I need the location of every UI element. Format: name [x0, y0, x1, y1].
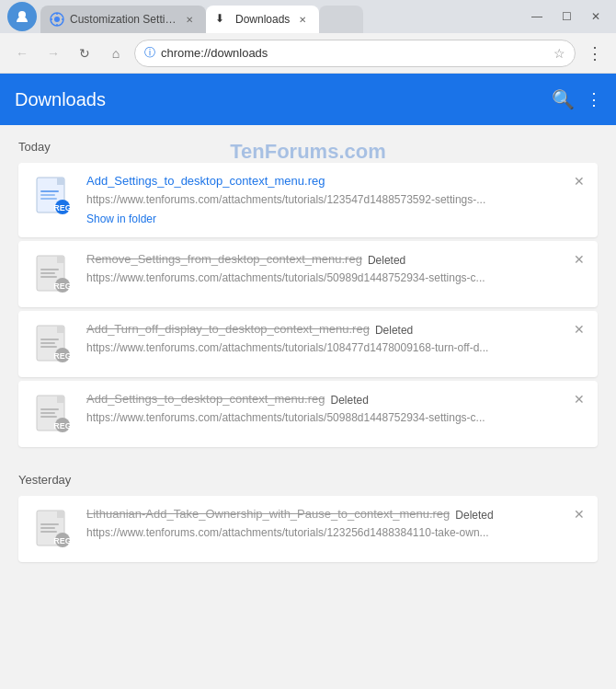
file-icon-container: REG — [31, 174, 75, 218]
file-icon-container: REG — [31, 507, 75, 551]
svg-rect-14 — [40, 276, 57, 278]
window-controls: — ☐ ✕ — [524, 4, 609, 29]
yesterday-label: Yesterday — [18, 473, 598, 487]
downloads-tab-close[interactable]: ✕ — [295, 12, 310, 27]
svg-rect-18 — [57, 326, 64, 333]
svg-rect-20 — [40, 342, 55, 344]
search-icon[interactable]: 🔍 — [552, 88, 575, 110]
downloads-content: TenForums.com Today REG — [0, 125, 616, 689]
lock-icon: ⓘ — [144, 45, 155, 61]
bookmark-star-icon[interactable]: ☆ — [553, 46, 565, 61]
svg-rect-4 — [57, 178, 64, 185]
forward-button[interactable]: → — [40, 40, 66, 66]
title-bar: Customization Settings c ✕ ⬇ Downloads ✕… — [0, 0, 616, 33]
download-info: Lithuanian-Add_Take_Ownership_with_Pause… — [86, 507, 585, 543]
url-display: chrome://downloads — [161, 46, 548, 60]
filename-row: Add_Settings_to_desktop_context_menu.reg — [86, 174, 585, 190]
svg-text:REG: REG — [53, 281, 72, 291]
file-name-link[interactable]: Add_Settings_to_desktop_context_menu.reg — [86, 174, 325, 188]
reg-file-icon: REG — [35, 254, 72, 294]
more-options-icon[interactable]: ⋮ — [586, 89, 601, 109]
file-icon-container: REG — [31, 392, 75, 436]
reg-file-icon: REG — [35, 394, 72, 434]
svg-rect-13 — [40, 272, 55, 274]
omnibox[interactable]: ⓘ chrome://downloads ☆ — [134, 40, 576, 67]
svg-rect-25 — [57, 396, 64, 403]
download-info: Add_Settings_to_desktop_context_menu.reg… — [86, 392, 585, 428]
deleted-badge: Deleted — [375, 324, 413, 337]
file-url: https://www.tenforums.com/attachments/tu… — [86, 271, 585, 284]
tab-downloads[interactable]: ⬇ Downloads ✕ — [206, 6, 319, 33]
customization-tab-label: Customization Settings c — [70, 13, 177, 26]
tab-strip: Customization Settings c ✕ ⬇ Downloads ✕ — [40, 0, 517, 33]
tab-customization[interactable]: Customization Settings c ✕ — [40, 6, 206, 33]
today-label: Today — [18, 140, 598, 154]
dismiss-download-1[interactable]: ✕ — [570, 172, 588, 190]
download-info: Add_Turn_off_display_to_desktop_context_… — [86, 322, 585, 358]
deleted-file-name: Lithuanian-Add_Take_Ownership_with_Pause… — [86, 507, 450, 521]
svg-rect-21 — [40, 346, 57, 348]
svg-rect-12 — [40, 269, 59, 270]
svg-point-2 — [54, 17, 60, 22]
deleted-badge: Deleted — [455, 509, 493, 522]
svg-rect-19 — [40, 339, 59, 340]
svg-text:REG: REG — [53, 421, 72, 431]
svg-rect-5 — [40, 190, 59, 192]
download-info: Add_Settings_to_desktop_context_menu.reg… — [86, 174, 585, 226]
show-in-folder-link[interactable]: Show in folder — [86, 212, 156, 225]
dismiss-download-5[interactable]: ✕ — [570, 505, 588, 523]
downloads-tab-favicon: ⬇ — [215, 12, 230, 27]
filename-row: Add_Settings_to_desktop_context_menu.reg… — [86, 392, 585, 408]
svg-rect-35 — [40, 531, 57, 533]
reg-file-icon: REG — [35, 176, 72, 216]
yesterday-section: Yesterday REG — [0, 458, 616, 562]
customization-tab-close[interactable]: ✕ — [182, 12, 197, 27]
download-card: REG Remove_Settings_from_desktop_context… — [18, 241, 598, 307]
download-card: REG Add_Settings_to_desktop_context_menu… — [18, 163, 598, 237]
deleted-file-name: Add_Settings_to_desktop_context_menu.reg — [86, 392, 325, 406]
window-frame: Customization Settings c ✕ ⬇ Downloads ✕… — [0, 0, 616, 689]
maximize-button[interactable]: ☐ — [553, 4, 579, 29]
file-icon-container: REG — [31, 322, 75, 366]
deleted-file-name: Add_Turn_off_display_to_desktop_context_… — [86, 322, 370, 336]
reg-file-icon: REG — [35, 324, 72, 364]
svg-rect-27 — [40, 412, 55, 414]
dismiss-download-4[interactable]: ✕ — [570, 390, 588, 408]
download-card: REG Lithuanian-Add_Take_Ownership_with_P… — [18, 496, 598, 562]
svg-rect-11 — [57, 256, 64, 263]
refresh-button[interactable]: ↻ — [72, 40, 97, 66]
svg-rect-28 — [40, 416, 57, 418]
file-icon-container: REG — [31, 252, 75, 296]
dismiss-download-3[interactable]: ✕ — [570, 320, 588, 339]
minimize-button[interactable]: — — [524, 4, 550, 29]
svg-text:REG: REG — [53, 351, 72, 361]
downloads-tab-label: Downloads — [235, 13, 290, 26]
bottom-spacer — [0, 566, 616, 584]
deleted-badge: Deleted — [330, 394, 368, 407]
svg-rect-34 — [40, 527, 55, 529]
svg-rect-26 — [40, 408, 59, 410]
svg-rect-32 — [57, 511, 64, 518]
customization-tab-favicon — [50, 12, 64, 27]
filename-row: Remove_Settings_from_desktop_context_men… — [86, 252, 585, 269]
svg-rect-33 — [40, 523, 59, 525]
download-card: REG Add_Settings_to_desktop_context_menu… — [18, 381, 598, 447]
deleted-file-name: Remove_Settings_from_desktop_context_men… — [86, 252, 362, 266]
file-url: https://www.tenforums.com/attachments/tu… — [86, 411, 585, 424]
svg-text:REG: REG — [53, 536, 72, 545]
home-button[interactable]: ⌂ — [103, 40, 129, 66]
profile-button[interactable] — [7, 2, 37, 31]
download-card: REG Add_Turn_off_display_to_desktop_cont… — [18, 311, 598, 377]
download-info: Remove_Settings_from_desktop_context_men… — [86, 252, 585, 288]
back-button[interactable]: ← — [9, 40, 35, 66]
filename-row: Add_Turn_off_display_to_desktop_context_… — [86, 322, 585, 339]
page-header: Downloads 🔍 ⋮ — [0, 74, 616, 125]
dismiss-download-2[interactable]: ✕ — [570, 250, 588, 269]
file-url: https://www.tenforums.com/attachments/tu… — [86, 341, 585, 354]
close-button[interactable]: ✕ — [583, 4, 609, 29]
today-section: Today REG — [0, 125, 616, 447]
browser-menu-button[interactable]: ⋮ — [581, 40, 607, 66]
svg-rect-7 — [40, 198, 57, 200]
svg-rect-6 — [40, 194, 55, 196]
filename-row: Lithuanian-Add_Take_Ownership_with_Pause… — [86, 507, 585, 523]
